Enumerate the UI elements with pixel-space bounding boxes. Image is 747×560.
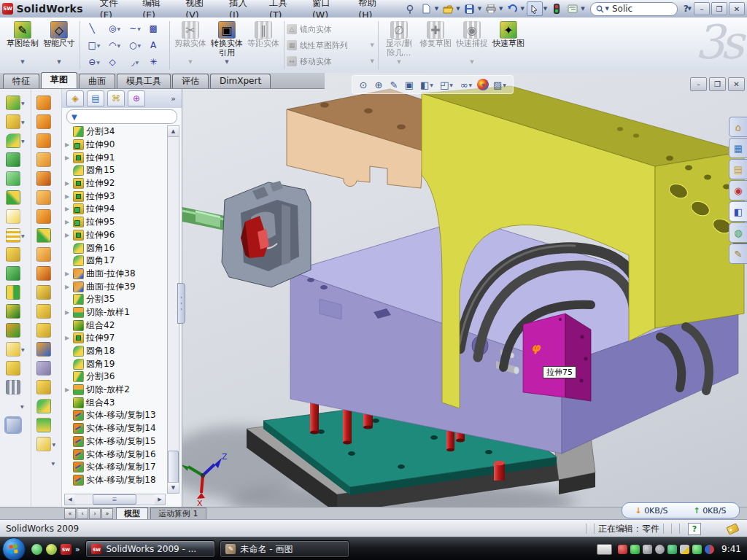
sketch-entity-icon[interactable]: ◞▼ bbox=[125, 54, 145, 71]
feature-tool-icon[interactable]: ▼ bbox=[0, 340, 31, 359]
feature-tool-icon[interactable]: ▼ bbox=[0, 93, 31, 112]
save-dropdown[interactable]: ▼ bbox=[478, 6, 481, 12]
expand-arrow-icon[interactable]: ▶ bbox=[65, 284, 71, 290]
feature-tool-icon[interactable]: ▼ bbox=[31, 359, 62, 378]
feature-tool-icon[interactable]: ▼ bbox=[0, 245, 31, 264]
feature-tool-icon[interactable]: ▼ bbox=[0, 188, 31, 207]
task-pane-tab-icon[interactable]: ▤ bbox=[729, 159, 747, 179]
feature-tree-item[interactable]: ▶ 拉伸92 bbox=[63, 177, 166, 190]
feature-tool-icon[interactable]: ▼ bbox=[31, 226, 62, 245]
search-input[interactable]: ▼ Solic bbox=[590, 2, 678, 16]
task-pane-tab-icon[interactable]: ◧ bbox=[729, 201, 747, 222]
feature-tree-item[interactable]: ▶ 圆角16 bbox=[63, 241, 166, 254]
view-tool-icon[interactable]: ✎▼ bbox=[387, 78, 400, 91]
expand-arrow-icon[interactable]: ▶ bbox=[65, 206, 71, 212]
feature-tool-icon[interactable]: ▼ bbox=[0, 264, 31, 283]
graphics-viewport[interactable]: φ Y Z bbox=[182, 73, 747, 507]
pattern-tool-button[interactable]: △ 镜向实体 ▼ bbox=[287, 21, 376, 37]
feature-tool-icon[interactable]: ▼ bbox=[0, 416, 31, 435]
sketch-entity-icon[interactable]: ◠▼ bbox=[104, 37, 125, 54]
sketch-entity-icon[interactable]: □▼ bbox=[84, 37, 104, 54]
feature-tree-item[interactable]: ▶ 切除-放样1 bbox=[63, 306, 166, 319]
feature-tool-icon[interactable]: ▼ bbox=[0, 112, 31, 131]
print-dropdown[interactable]: ▼ bbox=[499, 6, 503, 12]
propertymanager-icon[interactable]: ▤ bbox=[87, 90, 104, 106]
feature-tree-item[interactable]: ▶ 圆角19 bbox=[63, 357, 166, 370]
sketch-utility-button[interactable]: ∅ 显示/删除几... ▼ bbox=[381, 18, 417, 73]
pattern-tool-button[interactable]: ↔ 移动实体 ▼ bbox=[287, 53, 376, 69]
feature-tool-icon[interactable]: ▼ bbox=[31, 93, 62, 112]
new-dropdown[interactable]: ▼ bbox=[435, 6, 438, 12]
ribbon-tab[interactable]: 草图 bbox=[41, 72, 77, 88]
view-tool-icon[interactable]: ▣▼ bbox=[403, 78, 416, 91]
expand-arrow-icon[interactable]: ▶ bbox=[65, 335, 71, 341]
sketch-tool-button[interactable]: ◇ 智能尺寸 ▼ bbox=[41, 18, 77, 73]
feature-tool-icon[interactable]: ▼ bbox=[0, 207, 31, 226]
status-help-button[interactable]: ? bbox=[688, 523, 701, 535]
scroll-up-arrow[interactable]: ▲ bbox=[168, 126, 179, 137]
volume-tray-icon[interactable] bbox=[655, 545, 665, 554]
expand-arrow-icon[interactable]: ▶ bbox=[65, 155, 71, 161]
feature-tree-item[interactable]: ▶ 拉伸94 bbox=[63, 203, 166, 216]
sketch-utility-button[interactable]: ◉ 快速捕捉 ▼ bbox=[454, 18, 490, 73]
save-icon[interactable] bbox=[462, 2, 477, 15]
quicklaunch-overflow-chevron[interactable]: » bbox=[75, 545, 80, 553]
slide-unit[interactable] bbox=[182, 181, 311, 287]
task-pane-tab-icon[interactable]: ✎ bbox=[729, 244, 747, 264]
feature-tree-item[interactable]: ▶ 分割34 bbox=[63, 125, 166, 139]
feature-tree-item[interactable]: ▶ 曲面-拉伸39 bbox=[63, 280, 166, 293]
feature-tree-item[interactable]: ▶ 组合42 bbox=[63, 319, 166, 332]
feature-tool-icon[interactable]: ▼ bbox=[31, 435, 62, 454]
network-warning-tray-icon[interactable] bbox=[680, 545, 689, 554]
feature-tool-icon[interactable]: ▼ bbox=[31, 169, 62, 188]
feature-tool-icon[interactable]: ▼ bbox=[31, 302, 62, 321]
feature-tree-item[interactable]: ▶ 分割35 bbox=[63, 293, 166, 306]
dimxpert-manager-icon[interactable]: ⊕ bbox=[128, 90, 145, 106]
sketch-entity-icon[interactable]: ∼▼ bbox=[125, 20, 145, 37]
messenger-icon[interactable] bbox=[31, 544, 42, 555]
feature-tool-icon[interactable]: ▼ bbox=[0, 321, 31, 340]
feature-tree-item[interactable]: ▶ 拉伸90 bbox=[63, 139, 166, 152]
tab-nav-button[interactable]: › bbox=[89, 508, 101, 519]
open-folder-icon[interactable] bbox=[441, 2, 455, 15]
feature-tree-item[interactable]: ▶ 实体-移动/复制14 bbox=[63, 422, 166, 435]
feature-tree-item[interactable]: ▶ 实体-移动/复制15 bbox=[63, 435, 166, 448]
new-file-icon[interactable] bbox=[419, 2, 434, 15]
feature-tool-icon[interactable]: ▼ bbox=[0, 226, 31, 245]
tag-icon[interactable] bbox=[726, 523, 739, 534]
feature-tree-item[interactable]: ▶ 拉伸97 bbox=[63, 332, 166, 345]
feature-tree-item[interactable]: ▶ 拉伸93 bbox=[63, 190, 166, 203]
task-pane-tab-icon[interactable]: ▦ bbox=[729, 138, 747, 158]
sketch-edit-button[interactable]: ∥ 等距实体 ▼ bbox=[245, 18, 282, 73]
expand-arrow-icon[interactable]: ▶ bbox=[65, 219, 71, 225]
help-dropdown[interactable]: ▼ bbox=[688, 6, 692, 12]
feature-tool-icon[interactable]: ▼ bbox=[0, 150, 31, 169]
security-shield-tray-icon[interactable] bbox=[630, 545, 640, 554]
expand-arrow-icon[interactable]: ▶ bbox=[65, 232, 71, 238]
expand-arrow-icon[interactable]: ▶ bbox=[65, 271, 71, 277]
sketch-entity-icon[interactable]: ╲▼ bbox=[84, 20, 104, 37]
taskbar-window-button[interactable]: ✎ 未命名 - 画图 bbox=[220, 540, 349, 558]
feature-tool-icon[interactable]: ▼ bbox=[31, 150, 62, 169]
view-tool-icon[interactable]: ⊙▼ bbox=[357, 78, 370, 91]
solidworks-quicklaunch-icon[interactable]: SW bbox=[61, 544, 71, 555]
scroll-right-arrow[interactable]: ▶ bbox=[155, 494, 165, 505]
scroll-left-arrow[interactable]: ◀ bbox=[65, 494, 75, 505]
expand-arrow-icon[interactable]: ▶ bbox=[65, 309, 71, 316]
expand-arrow-icon[interactable]: ▶ bbox=[65, 193, 71, 200]
app-restore-button[interactable]: ❐ bbox=[711, 2, 727, 15]
feature-tool-icon[interactable]: ▼ bbox=[0, 169, 31, 188]
update-tray-icon[interactable] bbox=[705, 545, 714, 554]
sketch-tool-button[interactable]: ✎ 草图绘制 ▼ bbox=[4, 18, 41, 73]
expand-arrow-icon[interactable]: ▶ bbox=[65, 141, 71, 148]
view-tool-icon[interactable]: ◧▼ bbox=[418, 78, 436, 91]
undo-icon[interactable] bbox=[505, 2, 519, 15]
view-tool-icon[interactable]: ◰▼ bbox=[438, 78, 455, 91]
tab-nav-button[interactable]: « bbox=[64, 508, 76, 519]
featuremanager-tree-icon[interactable]: ◈ bbox=[66, 90, 84, 106]
task-pane-tab-icon[interactable]: ⌂ bbox=[729, 117, 747, 137]
feature-tool-icon[interactable]: ▼ bbox=[31, 340, 62, 359]
ribbon-tab[interactable]: 特征 bbox=[3, 74, 39, 88]
task-pane-tab-icon[interactable]: ◍ bbox=[729, 222, 747, 243]
sketch-entity-icon[interactable]: ○▼ bbox=[125, 37, 145, 54]
